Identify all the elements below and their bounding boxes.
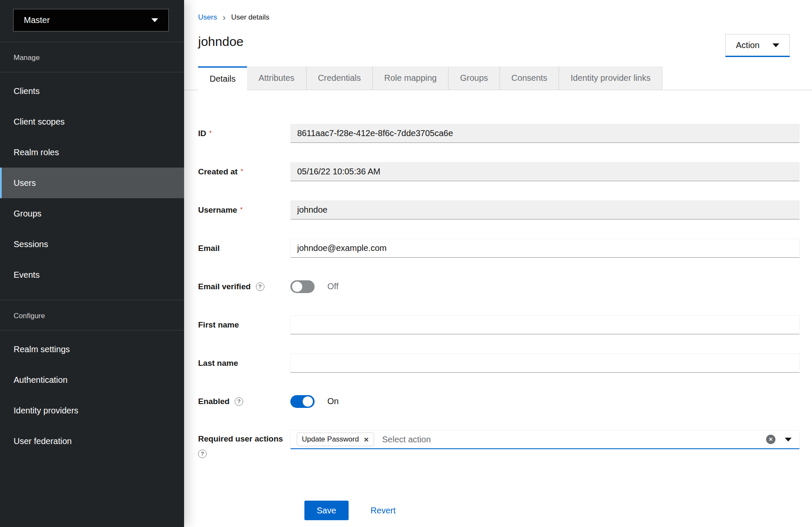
required-asterisk: * (240, 205, 243, 213)
action-dropdown-button[interactable]: Action (725, 34, 790, 57)
chip-remove-icon[interactable]: ✕ (363, 436, 369, 443)
sidebar-item-authentication[interactable]: Authentication (0, 365, 184, 395)
tab-identity-provider-links[interactable]: Identity provider links (559, 66, 662, 90)
first-name-label: First name (198, 320, 239, 329)
toggle-knob (292, 282, 302, 292)
realm-selector-label: Master (24, 15, 50, 25)
clear-selections-icon[interactable]: ✕ (766, 435, 775, 444)
sidebar: Master Manage Clients Client scopes Real… (0, 0, 184, 527)
sidebar-divider (0, 42, 184, 42)
email-verified-state: Off (327, 282, 338, 291)
form-row-last-name: Last name (198, 353, 800, 373)
required-asterisk: * (241, 167, 243, 174)
enabled-state: On (327, 396, 339, 406)
created-at-field[interactable] (290, 162, 800, 181)
revert-link[interactable]: Revert (371, 506, 396, 516)
sidebar-item-realm-settings[interactable]: Realm settings (0, 334, 184, 365)
sidebar-item-client-scopes[interactable]: Client scopes (0, 106, 184, 137)
sidebar-item-users[interactable]: Users (0, 168, 184, 198)
main-content: Users › User details johndoe Action Deta… (184, 0, 812, 527)
realm-selector[interactable]: Master (13, 9, 169, 31)
sidebar-item-realm-roles[interactable]: Realm roles (0, 137, 184, 168)
sidebar-item-identity-providers[interactable]: Identity providers (0, 395, 184, 426)
save-button[interactable]: Save (304, 501, 349, 520)
required-user-actions-select[interactable]: Update Password ✕ ✕ (290, 430, 800, 449)
update-password-chip: Update Password ✕ (297, 433, 374, 446)
tab-attributes[interactable]: Attributes (247, 66, 306, 90)
sidebar-divider (0, 300, 184, 300)
form-row-email: Email (198, 239, 800, 258)
user-details-form: ID* Created at* Username* Email (198, 124, 800, 520)
form-row-username: Username* (198, 200, 800, 219)
manage-nav-list: Clients Client scopes Realm roles Users … (0, 72, 184, 290)
email-label: Email (198, 244, 220, 253)
breadcrumb-users-link[interactable]: Users (198, 13, 217, 22)
sidebar-item-sessions[interactable]: Sessions (0, 229, 184, 259)
form-row-email-verified: Email verified ? Off (198, 277, 800, 296)
created-at-label: Created at (198, 167, 238, 176)
help-icon[interactable]: ? (256, 282, 264, 291)
action-dropdown-label: Action (736, 40, 760, 50)
username-label: Username (198, 205, 237, 214)
required-user-actions-label: Required user actions (198, 430, 290, 444)
tab-details[interactable]: Details (198, 66, 247, 90)
required-asterisk: * (209, 129, 212, 136)
nav-section-configure: Configure (14, 312, 184, 320)
tab-groups[interactable]: Groups (449, 66, 500, 90)
email-field[interactable] (290, 239, 800, 258)
tab-strip-filler (662, 66, 812, 90)
form-row-created-at: Created at* (198, 162, 800, 181)
breadcrumb-current: User details (231, 13, 270, 22)
tab-role-mapping[interactable]: Role mapping (373, 66, 449, 90)
caret-down-icon (772, 43, 779, 47)
breadcrumb: Users › User details (184, 0, 812, 22)
sidebar-item-groups[interactable]: Groups (0, 198, 184, 229)
toggle-knob (303, 396, 313, 407)
first-name-field[interactable] (290, 315, 800, 334)
email-verified-label: Email verified (198, 282, 251, 291)
enabled-toggle[interactable] (290, 395, 315, 408)
form-actions: Save Revert (304, 501, 800, 520)
chip-label: Update Password (302, 435, 359, 444)
email-verified-toggle[interactable] (290, 280, 315, 293)
username-field[interactable] (290, 200, 800, 219)
configure-nav-list: Realm settings Authentication Identity p… (0, 330, 184, 456)
caret-down-icon (151, 18, 158, 22)
help-icon[interactable]: ? (235, 397, 243, 406)
sidebar-item-events[interactable]: Events (0, 259, 184, 290)
form-row-enabled: Enabled ? On (198, 392, 800, 411)
tab-credentials[interactable]: Credentials (307, 66, 373, 90)
enabled-label: Enabled (198, 397, 230, 406)
sidebar-item-clients[interactable]: Clients (0, 76, 184, 106)
user-detail-tabs: Details Attributes Credentials Role mapp… (184, 66, 812, 90)
form-row-required-user-actions: Required user actions ? Update Password … (198, 430, 800, 458)
nav-section-manage: Manage (14, 54, 184, 62)
select-action-input[interactable] (382, 435, 766, 444)
last-name-label: Last name (198, 359, 238, 367)
id-label: ID (198, 129, 206, 138)
form-row-first-name: First name (198, 315, 800, 334)
last-name-field[interactable] (290, 353, 800, 373)
form-row-id: ID* (198, 124, 800, 143)
tab-consents[interactable]: Consents (500, 66, 559, 90)
caret-down-icon[interactable] (785, 438, 792, 442)
help-icon[interactable]: ? (198, 450, 207, 458)
tab-strip-spacer (184, 66, 198, 90)
breadcrumb-separator-icon: › (222, 14, 225, 21)
sidebar-item-user-federation[interactable]: User federation (0, 426, 184, 456)
id-field[interactable] (290, 124, 800, 143)
page-title: johndoe (198, 33, 812, 51)
